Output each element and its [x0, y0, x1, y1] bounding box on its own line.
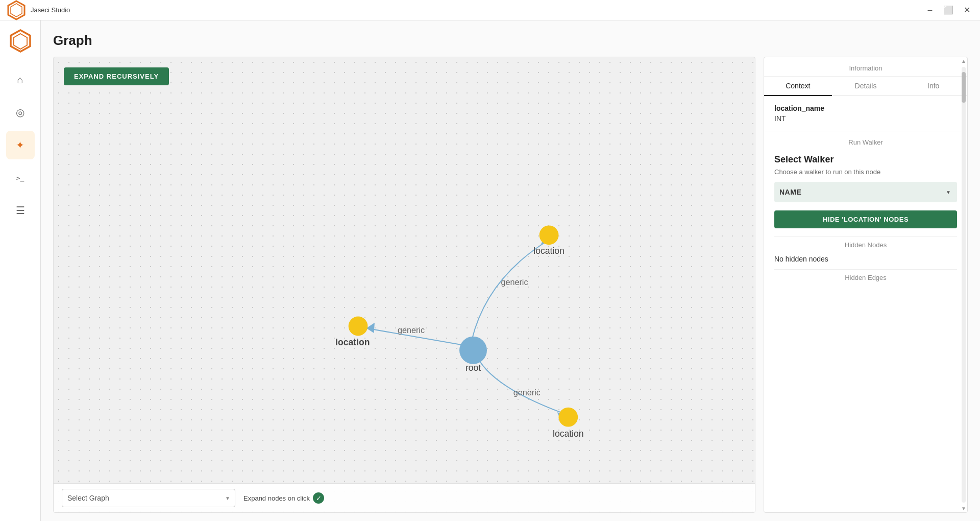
close-button[interactable]: ✕	[960, 3, 974, 17]
graph-icon: ✦	[16, 139, 24, 151]
scrollbar-track	[962, 67, 966, 503]
graph-bottom-bar: Select Graph Expand nodes on click ✓	[54, 483, 755, 512]
walker-dropdown[interactable]: NAME	[774, 182, 957, 202]
node-loc3-label: location	[553, 429, 583, 439]
title-bar-left: Jaseci Studio	[6, 0, 70, 20]
scrollbar-thumb[interactable]	[962, 72, 966, 103]
graph-panel: EXPAND RECURSIVELY generic generic	[53, 57, 968, 513]
select-walker-desc: Choose a walker to run on this node	[774, 168, 957, 176]
right-panel: Information Context Details Info lo	[764, 57, 968, 513]
logs-icon: ☰	[16, 204, 25, 217]
minimize-button[interactable]: –	[923, 3, 937, 17]
expand-nodes-checkbox[interactable]: ✓	[313, 492, 324, 504]
information-section: Information Context Details Info lo	[764, 57, 967, 131]
sidebar-item-home[interactable]: ⌂	[6, 65, 35, 94]
node-root-label: root	[465, 363, 481, 373]
sidebar-logo	[8, 29, 33, 53]
info-tabs: Context Details Info	[764, 77, 967, 96]
select-graph-wrap: Select Graph	[62, 489, 235, 507]
expand-nodes-label: Expand nodes on click ✓	[243, 492, 324, 504]
node-loc2-label: location	[533, 246, 564, 256]
app-logo	[6, 0, 27, 20]
logo-icon	[8, 29, 33, 53]
edge-label-root-loc3: generic	[513, 388, 541, 397]
page-title: Graph	[53, 33, 968, 49]
sidebar-item-graph[interactable]: ✦	[6, 131, 35, 159]
svg-marker-1	[11, 4, 22, 17]
sidebar-item-logs[interactable]: ☰	[6, 196, 35, 225]
right-panel-scrollbar[interactable]: ▲ ▼	[960, 57, 967, 512]
home-icon: ⌂	[17, 74, 23, 86]
tab-context[interactable]: Context	[764, 77, 832, 96]
field-location-name-label: location_name	[774, 104, 957, 112]
sidebar-item-dashboard[interactable]: ◎	[6, 98, 35, 127]
hide-nodes-button[interactable]: HIDE 'LOCATION' NODES	[774, 210, 957, 228]
maximize-button[interactable]: ⬜	[941, 3, 955, 17]
edge-label-root-loc1: generic	[398, 325, 425, 335]
select-graph-dropdown[interactable]: Select Graph	[62, 489, 235, 507]
sidebar-item-terminal[interactable]: >_	[6, 163, 35, 192]
information-header: Information	[764, 57, 967, 77]
tab-info[interactable]: Info	[899, 77, 967, 96]
edge-root-loc3	[477, 357, 566, 414]
node-loc1-label: location	[335, 337, 370, 347]
title-bar: Jaseci Studio – ⬜ ✕	[0, 0, 980, 20]
hidden-edges-header: Hidden Edges	[774, 269, 957, 286]
node-loc1[interactable]	[349, 317, 368, 336]
scroll-up-arrow[interactable]: ▲	[960, 57, 967, 65]
graph-canvas[interactable]: EXPAND RECURSIVELY generic generic	[53, 57, 755, 513]
node-loc3[interactable]	[558, 408, 578, 427]
run-walker-content: Select Walker Choose a walker to run on …	[764, 150, 967, 294]
edge-label-root-loc2: generic	[501, 277, 528, 287]
scroll-down-arrow[interactable]: ▼	[960, 505, 967, 512]
hidden-nodes-value: No hidden nodes	[774, 253, 957, 265]
main-content: Graph EXPAND RECURSIVELY generic generic	[41, 20, 980, 521]
arrow-root-loc1	[366, 323, 375, 333]
sidebar: ⌂ ◎ ✦ >_ ☰	[0, 20, 41, 521]
info-content: location_name INT	[764, 96, 967, 131]
node-root[interactable]	[459, 337, 487, 364]
dashboard-icon: ◎	[16, 106, 24, 119]
select-walker-title: Select Walker	[774, 154, 957, 165]
app-name: Jaseci Studio	[31, 6, 70, 14]
run-walker-header: Run Walker	[764, 131, 967, 150]
svg-marker-3	[14, 34, 27, 49]
title-bar-controls: – ⬜ ✕	[923, 3, 974, 17]
app-body: ⌂ ◎ ✦ >_ ☰ Graph EXPAND RECURSIVELY	[0, 20, 980, 521]
run-walker-section: Run Walker Select Walker Choose a walker…	[764, 131, 967, 512]
graph-svg: generic generic generic root	[54, 57, 755, 512]
hidden-nodes-header: Hidden Nodes	[774, 236, 957, 253]
walker-dropdown-wrap: NAME	[774, 182, 957, 202]
terminal-icon: >_	[16, 174, 24, 182]
expand-nodes-text: Expand nodes on click	[243, 494, 310, 502]
field-location-name-value: INT	[774, 114, 957, 123]
node-loc2[interactable]	[540, 225, 559, 245]
tab-details[interactable]: Details	[832, 77, 900, 96]
